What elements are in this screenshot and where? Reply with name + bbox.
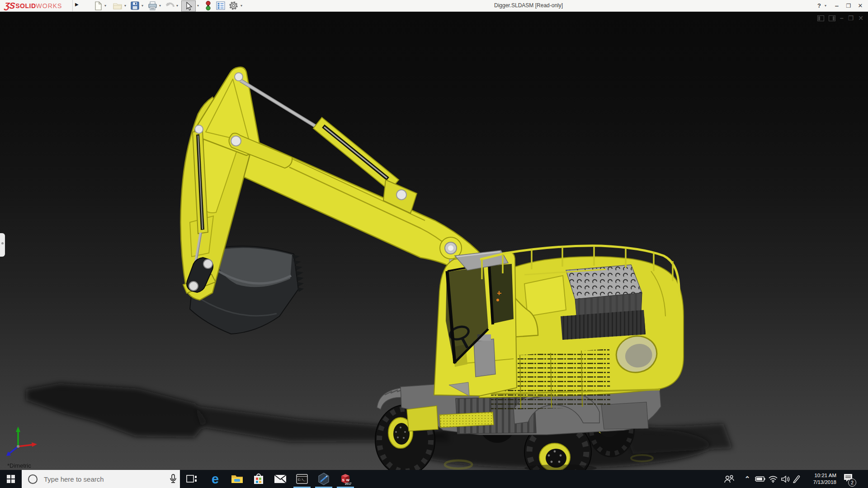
taskbar-edge-button[interactable]: e bbox=[204, 470, 226, 488]
new-document-caret-icon[interactable]: ▾ bbox=[104, 4, 106, 8]
action-center-button[interactable]: 2 bbox=[839, 470, 857, 488]
svg-text:W: W bbox=[346, 478, 350, 482]
svg-text:S: S bbox=[342, 478, 345, 482]
select-caret-icon[interactable]: ▾ bbox=[197, 4, 199, 8]
mail-icon bbox=[274, 474, 287, 483]
solidworks-window: ƷS SOLID WORKS ▶ ▾ ▾ bbox=[0, 0, 868, 488]
taskbar-explorer-button[interactable] bbox=[226, 470, 248, 488]
print-caret-icon[interactable]: ▾ bbox=[159, 4, 161, 8]
traffic-light-icon bbox=[205, 1, 211, 10]
mdi-close-icon[interactable]: ✕ bbox=[858, 15, 863, 21]
mdi-minimize-icon[interactable]: – bbox=[840, 15, 844, 21]
chevron-up-icon: ⌃ bbox=[745, 475, 750, 483]
options-list-button[interactable] bbox=[216, 1, 226, 10]
battery-button[interactable] bbox=[753, 470, 767, 488]
command-prompt-icon: C:\_ bbox=[296, 474, 308, 484]
undo-button[interactable] bbox=[165, 1, 175, 10]
save-caret-icon[interactable]: ▾ bbox=[142, 4, 143, 8]
new-document-icon bbox=[94, 1, 102, 10]
windows-logo-icon bbox=[7, 475, 15, 483]
taskbar-mail-button[interactable] bbox=[269, 470, 291, 488]
search-input[interactable] bbox=[43, 475, 153, 483]
solidworks-logo[interactable]: ƷS SOLID WORKS bbox=[5, 0, 62, 11]
clock[interactable]: 10:21 AM 7/13/2018 bbox=[801, 470, 836, 488]
edge-icon: e bbox=[212, 473, 219, 486]
store-icon bbox=[253, 473, 264, 485]
file-explorer-icon bbox=[231, 474, 243, 484]
toolbar-separator bbox=[72, 0, 73, 11]
people-icon bbox=[724, 475, 735, 483]
mdi-restore-icon[interactable]: ❐ bbox=[848, 15, 854, 21]
restore-button[interactable]: ❐ bbox=[844, 0, 854, 11]
start-button[interactable] bbox=[0, 470, 22, 488]
task-view-button[interactable] bbox=[181, 470, 203, 488]
clock-time: 10:21 AM bbox=[814, 472, 836, 479]
tray-overflow-button[interactable]: ⌃ bbox=[741, 470, 753, 488]
help-caret-icon[interactable]: ▾ bbox=[823, 0, 828, 11]
properties-list-icon bbox=[216, 1, 225, 10]
cortana-icon bbox=[28, 474, 38, 484]
view-orientation-label: *Dimetric bbox=[7, 462, 31, 469]
new-document-button[interactable] bbox=[93, 1, 103, 10]
svg-text:C:\_: C:\_ bbox=[298, 478, 306, 482]
taskbar-hexagon-app-button[interactable] bbox=[313, 470, 335, 488]
window-title: Digger.SLDASM [Read-only] bbox=[494, 2, 563, 9]
pen-icon bbox=[793, 475, 801, 483]
open-folder-icon bbox=[113, 2, 123, 10]
svg-text:2017: 2017 bbox=[345, 482, 352, 485]
solidworks-logo-light: WORKS bbox=[36, 2, 62, 9]
settings-caret-icon[interactable]: ▾ bbox=[241, 4, 242, 8]
select-tool-button[interactable] bbox=[181, 0, 196, 12]
save-icon bbox=[131, 1, 139, 10]
mdi-window-controls: – ❐ ✕ bbox=[817, 15, 863, 21]
wifi-icon bbox=[768, 475, 778, 483]
menu-flyout-arrow-icon[interactable]: ▶ bbox=[75, 2, 79, 7]
minimize-button[interactable]: – bbox=[832, 0, 842, 11]
taskbar-cmd-button[interactable]: C:\_ bbox=[291, 470, 313, 488]
action-center-icon-wrap: 2 bbox=[843, 474, 853, 484]
taskbar-search[interactable] bbox=[22, 470, 180, 488]
people-button[interactable] bbox=[722, 470, 737, 488]
undo-icon bbox=[165, 2, 175, 10]
notification-badge: 2 bbox=[848, 479, 856, 487]
close-button[interactable]: ✕ bbox=[855, 0, 865, 11]
solidworks-logo-glyph: ƷS bbox=[4, 1, 15, 11]
taskbar: e bbox=[0, 470, 868, 488]
save-button[interactable] bbox=[130, 1, 140, 10]
select-cursor-icon bbox=[185, 2, 192, 11]
speaker-icon bbox=[781, 475, 790, 483]
rebuild-button[interactable] bbox=[203, 1, 213, 10]
model-canvas[interactable] bbox=[0, 12, 868, 470]
help-button[interactable]: ? bbox=[815, 0, 824, 11]
solidworks-2017-icon: S W 2017 bbox=[339, 473, 352, 485]
print-button[interactable] bbox=[147, 1, 157, 10]
open-button[interactable] bbox=[113, 1, 123, 10]
battery-icon bbox=[755, 476, 765, 482]
graphics-viewport[interactable]: – ❐ ✕ bbox=[0, 12, 868, 470]
undo-caret-icon[interactable]: ▾ bbox=[176, 4, 178, 8]
gear-icon bbox=[229, 1, 238, 10]
pane-right-icon[interactable] bbox=[829, 15, 835, 21]
clock-date: 7/13/2018 bbox=[813, 479, 836, 486]
network-button[interactable] bbox=[767, 470, 779, 488]
taskbar-store-button[interactable] bbox=[248, 470, 269, 488]
taskbar-solidworks-button[interactable]: S W 2017 bbox=[335, 470, 356, 488]
print-icon bbox=[148, 1, 157, 10]
task-view-icon bbox=[186, 474, 197, 484]
solidworks-logo-bold: SOLID bbox=[15, 2, 36, 9]
cab bbox=[434, 250, 517, 396]
open-caret-icon[interactable]: ▾ bbox=[124, 4, 126, 8]
orientation-triad bbox=[6, 427, 37, 456]
titlebar: ƷS SOLID WORKS ▶ ▾ ▾ bbox=[0, 0, 868, 12]
hexagon-app-icon bbox=[318, 473, 330, 485]
pane-left-icon[interactable] bbox=[817, 15, 824, 21]
microphone-icon[interactable] bbox=[170, 474, 177, 484]
settings-button[interactable] bbox=[228, 1, 238, 10]
